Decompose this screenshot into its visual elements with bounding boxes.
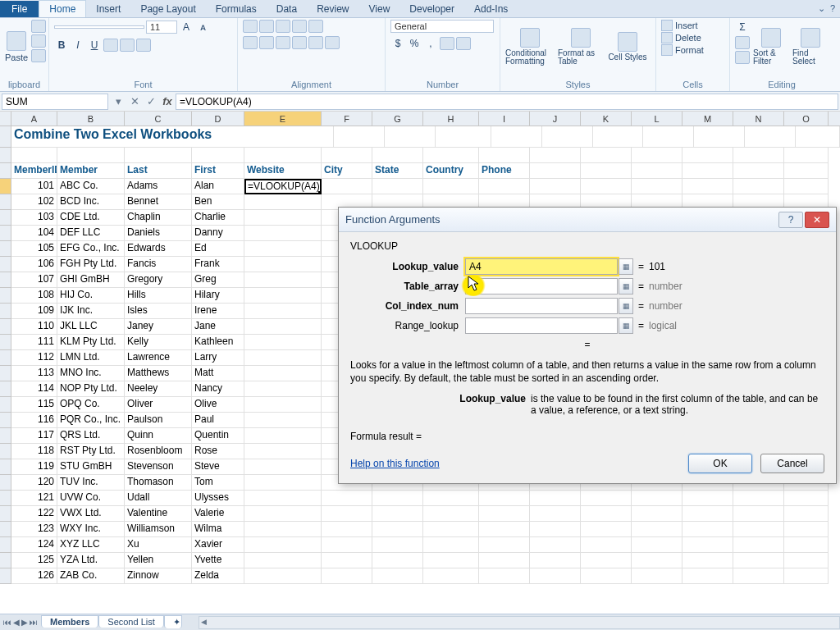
cells-format-button[interactable]: Format: [661, 44, 704, 56]
row-header[interactable]: [0, 428, 11, 444]
cell[interactable]: Thomason: [125, 475, 192, 491]
row-header[interactable]: [0, 179, 11, 194]
increase-decimal-icon[interactable]: [440, 37, 454, 50]
bold-button[interactable]: B: [54, 38, 69, 52]
cell[interactable]: [733, 506, 784, 522]
cell[interactable]: [244, 522, 322, 537]
cell[interactable]: [479, 553, 530, 568]
border-icon[interactable]: [103, 39, 118, 52]
help-on-function-link[interactable]: Help on this function: [350, 458, 440, 469]
cut-icon[interactable]: [31, 20, 46, 33]
cell[interactable]: [372, 179, 423, 194]
cell[interactable]: [244, 148, 322, 163]
fill-color-icon[interactable]: [120, 39, 135, 52]
cell[interactable]: [244, 428, 322, 444]
cell[interactable]: Phone: [479, 163, 530, 179]
cell[interactable]: 118: [11, 444, 57, 459]
cell[interactable]: [244, 272, 322, 288]
cell[interactable]: Alan: [192, 179, 244, 194]
row-header[interactable]: [0, 148, 11, 163]
cell[interactable]: 106: [11, 257, 57, 272]
row-header[interactable]: [0, 475, 11, 491]
format-as-table-button[interactable]: Format as Table: [558, 20, 604, 74]
row-header[interactable]: [0, 335, 11, 350]
cell[interactable]: 103: [11, 210, 57, 226]
cell[interactable]: [733, 491, 784, 506]
row-header[interactable]: [0, 381, 11, 397]
cell[interactable]: [733, 537, 784, 553]
refedit-range-lookup-icon[interactable]: ▦: [619, 317, 633, 334]
cell[interactable]: OPQ Co.: [57, 397, 125, 413]
row-header[interactable]: [0, 194, 11, 210]
paste-button[interactable]: Paste: [5, 20, 28, 74]
cell[interactable]: [530, 522, 581, 537]
cell[interactable]: [530, 163, 581, 179]
cell[interactable]: BCD Inc.: [57, 194, 125, 210]
row-header[interactable]: [0, 366, 11, 381]
row-header[interactable]: [0, 491, 11, 506]
col-header-F[interactable]: F: [322, 112, 372, 126]
col-header-J[interactable]: J: [530, 112, 581, 126]
cells-delete-button[interactable]: Delete: [661, 32, 704, 43]
cell[interactable]: [244, 319, 322, 335]
cell[interactable]: [581, 491, 632, 506]
cell[interactable]: [733, 163, 784, 179]
cell[interactable]: [322, 522, 372, 537]
refedit-lookup-value-icon[interactable]: ▦: [619, 258, 633, 275]
cell[interactable]: [784, 537, 829, 553]
cell[interactable]: 115: [11, 397, 57, 413]
cell[interactable]: FGH Pty Ltd.: [57, 257, 125, 272]
cell[interactable]: [682, 553, 733, 568]
cell[interactable]: Chaplin: [125, 210, 192, 226]
cell[interactable]: Lawrence: [125, 350, 192, 366]
find-select-button[interactable]: Find Select: [792, 20, 829, 74]
row-header[interactable]: [0, 241, 11, 257]
row-header[interactable]: [0, 226, 11, 241]
cell[interactable]: DEF LLC: [57, 226, 125, 241]
autosum-icon[interactable]: Σ: [735, 20, 750, 34]
cell[interactable]: [244, 241, 322, 257]
cell[interactable]: 123: [11, 522, 57, 537]
cell[interactable]: GHI GmBH: [57, 272, 125, 288]
cell[interactable]: 102: [11, 194, 57, 210]
cell[interactable]: [423, 179, 479, 194]
row-header[interactable]: [0, 350, 11, 366]
percent-icon[interactable]: %: [407, 36, 422, 51]
merge-center-icon[interactable]: [325, 36, 340, 49]
increase-indent-icon[interactable]: [308, 36, 323, 49]
cell[interactable]: Matthews: [125, 366, 192, 381]
cell[interactable]: [530, 553, 581, 568]
tab-nav-prev-icon[interactable]: ◀: [13, 618, 20, 627]
ok-button[interactable]: OK: [688, 454, 752, 473]
cell[interactable]: 109: [11, 304, 57, 319]
increase-font-icon[interactable]: A: [179, 20, 194, 34]
cell[interactable]: [244, 288, 322, 304]
cell[interactable]: WXY Inc.: [57, 522, 125, 537]
cell[interactable]: [682, 148, 733, 163]
align-top-icon[interactable]: [243, 20, 258, 33]
tab-nav-next-icon[interactable]: ▶: [21, 618, 28, 627]
cell[interactable]: [682, 163, 733, 179]
tab-review[interactable]: Review: [307, 1, 358, 17]
cell[interactable]: Xu: [125, 537, 192, 553]
col-header-B[interactable]: B: [57, 112, 125, 126]
cell[interactable]: [322, 553, 372, 568]
cell[interactable]: [784, 506, 829, 522]
cell[interactable]: 114: [11, 381, 57, 397]
cell[interactable]: Ulysses: [192, 491, 244, 506]
cell[interactable]: 101: [11, 179, 57, 194]
cell[interactable]: Olive: [192, 397, 244, 413]
cell[interactable]: [784, 163, 829, 179]
cell[interactable]: Tom: [192, 475, 244, 491]
number-format-select[interactable]: General: [390, 20, 494, 33]
clear-icon[interactable]: [735, 51, 750, 64]
cell[interactable]: [733, 553, 784, 568]
cell[interactable]: 126: [11, 568, 57, 584]
tab-nav-first-icon[interactable]: ⏮: [3, 618, 11, 627]
cell[interactable]: [244, 506, 322, 522]
cell[interactable]: KLM Pty Ltd.: [57, 335, 125, 350]
cell[interactable]: [632, 522, 682, 537]
cell[interactable]: [244, 257, 322, 272]
cell[interactable]: TUV Inc.: [57, 475, 125, 491]
arg-range-lookup-input[interactable]: [465, 317, 618, 334]
